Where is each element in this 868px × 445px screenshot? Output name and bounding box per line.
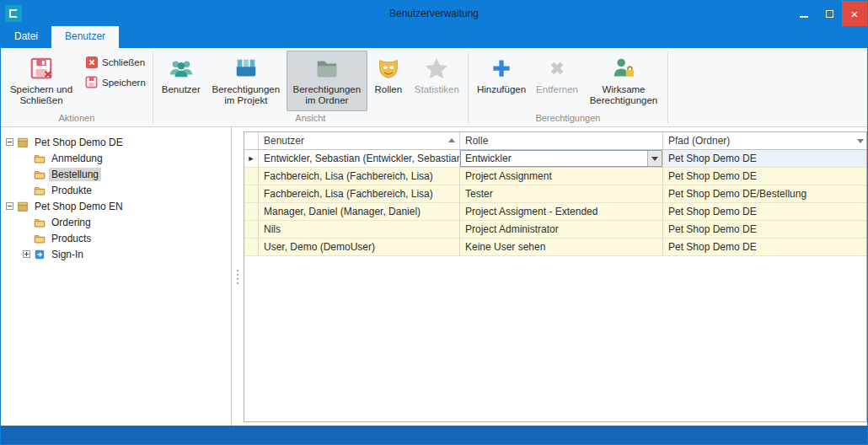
role-combobox[interactable]: Entwickler (460, 150, 662, 167)
table-row[interactable]: Manager, Daniel (Manager, Daniel) Projec… (244, 203, 866, 221)
maximize-button[interactable] (817, 1, 842, 26)
roles-label: Rollen (375, 84, 403, 95)
collapse-icon[interactable] (6, 138, 13, 146)
tree-item-pet-shop-demo-en[interactable]: Pet Shop Demo EN (1, 198, 231, 214)
table-row[interactable]: User, Demo (DemoUser) Keine User sehen P… (244, 239, 866, 256)
grid-header-row: Benutzer Rolle Pfad (Ordner) (244, 132, 866, 150)
close-form-button[interactable]: Schließen (85, 56, 146, 68)
permissions-project-button[interactable]: Berechtigungen im Projekt (206, 51, 287, 111)
row-indicator (244, 203, 259, 221)
ribbon: Speichern und Schließen Schließen Speich… (1, 48, 867, 127)
save-and-close-label: Speichern und Schließen (9, 84, 73, 106)
ribbon-group-berechtigungen-body: Hinzufügen Entfernen (469, 48, 667, 112)
app-icon[interactable] (5, 5, 22, 22)
users-view-label: Benutzer (162, 84, 201, 95)
effective-permissions-button[interactable]: Wirksame Berechtigungen (583, 51, 664, 111)
cell-benutzer[interactable]: Nils (259, 221, 460, 239)
cell-rolle[interactable]: Project Administrator (460, 221, 663, 239)
cell-rolle[interactable]: Entwickler (460, 150, 663, 168)
minimize-button[interactable] (791, 1, 817, 26)
combobox-dropdown-button[interactable] (647, 151, 662, 166)
header-dropdown-icon[interactable] (857, 139, 864, 143)
close-button[interactable]: × (842, 1, 867, 26)
column-header-pfad[interactable]: Pfad (Ordner) (663, 132, 866, 149)
cell-pfad[interactable]: Pet Shop Demo DE/Bestellung (663, 185, 866, 203)
cell-rolle[interactable]: Project Assigment - Extended (460, 203, 663, 221)
users-view-button[interactable]: Benutzer (157, 51, 206, 111)
group-label-aktionen: Aktionen (1, 112, 153, 126)
statistics-button: Statistiken (410, 51, 464, 111)
cell-benutzer[interactable]: Entwickler, Sebastian (Entwickler, Sebas… (259, 150, 460, 168)
cell-pfad[interactable]: Pet Shop Demo DE (663, 168, 866, 185)
row-indicator: ► (244, 150, 259, 168)
permissions-folder-button[interactable]: Berechtigungen im Ordner (287, 51, 367, 111)
ribbon-group-aktionen: Speichern und Schließen Schließen Speich… (1, 48, 153, 126)
cell-rolle[interactable]: Keine User sehen (460, 239, 663, 256)
table-row[interactable]: Fachbereich, Lisa (Fachbereich, Lisa) Te… (244, 185, 866, 203)
statistics-star-icon (424, 54, 449, 83)
save-and-close-button[interactable]: Speichern und Schließen (4, 51, 78, 111)
cell-rolle[interactable]: Tester (460, 185, 663, 203)
column-header-label: Benutzer (264, 135, 304, 147)
cell-pfad[interactable]: Pet Shop Demo DE (663, 239, 866, 256)
row-indicator (244, 185, 259, 203)
table-row[interactable]: Nils Project Administrator Pet Shop Demo… (244, 221, 866, 239)
main-content: Pet Shop Demo DE Anmeldung Bestellung (1, 127, 867, 426)
project-icon (17, 201, 29, 212)
table-row[interactable]: ► Entwickler, Sebastian (Entwickler, Seb… (244, 150, 866, 168)
tab-benutzer[interactable]: Benutzer (51, 26, 119, 48)
remove-permission-label: Entfernen (536, 84, 578, 95)
group-label-ansicht: Ansicht (153, 112, 468, 126)
table-row[interactable]: Fachbereich, Lisa (Fachbereich, Lisa) Pr… (244, 168, 866, 185)
sign-in-icon (34, 249, 46, 260)
tree-item-sign-in[interactable]: Sign-In (1, 246, 231, 262)
folder-icon (34, 233, 46, 244)
ribbon-group-aktionen-body: Speichern und Schließen Schließen Speich… (1, 48, 153, 112)
tree-item-ordering[interactable]: Ordering (1, 214, 231, 230)
collapse-icon[interactable] (6, 202, 13, 210)
column-header-rolle[interactable]: Rolle (460, 132, 663, 149)
cell-benutzer[interactable]: User, Demo (DemoUser) (259, 239, 460, 256)
cell-pfad[interactable]: Pet Shop Demo DE (663, 221, 866, 239)
minimize-icon (800, 16, 808, 18)
group-label-berechtigungen: Berechtigungen (469, 112, 667, 126)
cell-benutzer[interactable]: Fachbereich, Lisa (Fachbereich, Lisa) (259, 185, 460, 203)
column-header-label: Pfad (Ordner) (668, 135, 730, 147)
cell-pfad[interactable]: Pet Shop Demo DE (663, 150, 866, 168)
ribbon-group-ansicht: Benutzer Berechtigungen im Projekt (153, 48, 468, 126)
tree-item-pet-shop-demo-de[interactable]: Pet Shop Demo DE (1, 134, 231, 150)
aktionen-small-buttons: Schließen Speichern (78, 51, 149, 88)
save-label: Speichern (102, 78, 146, 88)
column-header-benutzer[interactable]: Benutzer (259, 132, 460, 149)
cell-benutzer[interactable]: Manager, Daniel (Manager, Daniel) (259, 203, 460, 221)
project-icon (17, 137, 29, 148)
row-indicator (244, 168, 259, 185)
expand-icon[interactable] (23, 250, 30, 258)
tab-datei[interactable]: Datei (1, 26, 51, 48)
tree-item-label: Products (49, 232, 94, 245)
chevron-down-icon (651, 157, 658, 161)
tree-item-anmeldung[interactable]: Anmeldung (1, 150, 231, 166)
save-close-icon (29, 54, 54, 83)
tree-item-products[interactable]: Products (1, 230, 231, 246)
ribbon-group-berechtigungen: Hinzufügen Entfernen (469, 48, 667, 126)
remove-permission-button: Entfernen (531, 51, 583, 111)
tree-item-bestellung[interactable]: Bestellung (1, 166, 231, 182)
permissions-folder-label: Berechtigungen im Ordner (292, 84, 362, 106)
status-bar (1, 426, 867, 444)
cell-rolle[interactable]: Project Assignment (460, 168, 663, 185)
panel-splitter[interactable] (232, 127, 244, 426)
window-title: Benutzerverwaltung (1, 8, 867, 19)
cell-benutzer[interactable]: Fachbereich, Lisa (Fachbereich, Lisa) (259, 168, 460, 185)
tree-item-produkte[interactable]: Produkte (1, 182, 231, 198)
ribbon-separator (667, 51, 668, 123)
save-button[interactable]: Speichern (85, 76, 146, 88)
app-window: Benutzerverwaltung × Datei Benutzer (0, 0, 868, 445)
add-permission-button[interactable]: Hinzufügen (472, 51, 531, 111)
splitter-grip-icon (237, 270, 238, 284)
effective-permissions-icon (611, 54, 636, 83)
roles-button[interactable]: Rollen (367, 51, 410, 111)
folder-icon (34, 217, 46, 228)
users-icon (169, 54, 194, 83)
cell-pfad[interactable]: Pet Shop Demo DE (663, 203, 866, 221)
